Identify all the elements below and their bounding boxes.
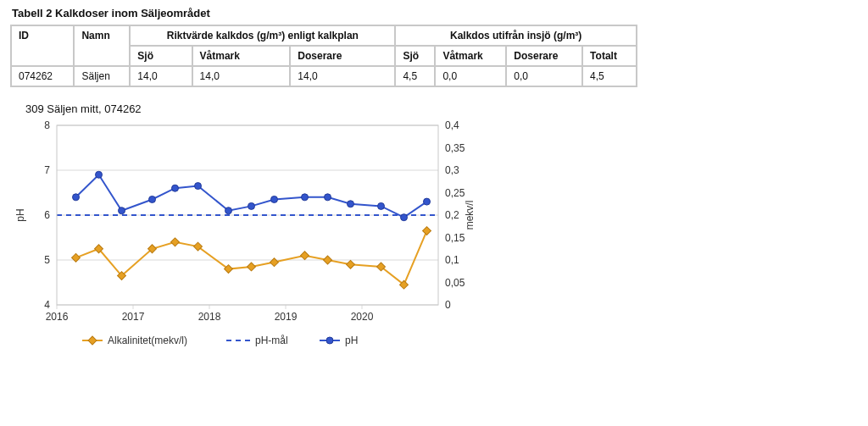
svg-text:4: 4 [44, 299, 50, 311]
svg-point-36 [248, 202, 255, 209]
sub-vat-2: Våtmark [435, 46, 506, 66]
svg-point-31 [119, 207, 125, 214]
svg-text:6: 6 [44, 209, 50, 221]
y-right-label: mekv/l [464, 201, 476, 230]
svg-text:0,05: 0,05 [445, 277, 465, 289]
legend-ph: pH [345, 335, 358, 346]
cell-g2-vat: 0,0 [435, 66, 506, 86]
chart-svg: 4567800,050,10,150,20,250,30,350,4201620… [10, 119, 485, 356]
col-namn: Namn [74, 25, 130, 66]
svg-text:0,4: 0,4 [445, 119, 459, 131]
svg-point-64 [326, 337, 333, 344]
legend-goal: pH-mål [255, 335, 288, 346]
svg-text:0,15: 0,15 [445, 232, 465, 244]
cell-g1-dos: 14,0 [290, 66, 395, 86]
svg-point-29 [73, 194, 80, 201]
svg-text:2018: 2018 [198, 311, 221, 323]
svg-text:0,3: 0,3 [445, 164, 459, 176]
table-caption: Tabell 2 Kalkdoser inom Säljeområdet [12, 7, 858, 19]
svg-rect-61 [88, 336, 97, 345]
svg-point-33 [172, 185, 179, 191]
svg-text:0,2: 0,2 [445, 209, 459, 221]
svg-text:5: 5 [44, 254, 50, 266]
cell-g2-sjo: 4,5 [395, 66, 435, 86]
alk-series [76, 231, 427, 285]
legend-alk: Alkalinitet(mekv/l) [108, 335, 187, 346]
cell-g2-dos: 0,0 [506, 66, 582, 86]
svg-text:2017: 2017 [122, 311, 145, 323]
sub-vat-1: Våtmark [192, 46, 291, 66]
y-left-label: pH [14, 208, 26, 221]
svg-rect-51 [248, 263, 256, 271]
svg-point-32 [149, 196, 156, 202]
svg-text:2020: 2020 [351, 311, 374, 323]
svg-point-42 [401, 214, 408, 221]
svg-text:2016: 2016 [46, 311, 69, 323]
kalk-table: ID Namn Riktvärde kalkdos (g/m³) enligt … [10, 25, 637, 87]
svg-rect-52 [270, 258, 279, 267]
col-group-insjo: Kalkdos utifrån insjö (g/m³) [395, 25, 637, 46]
col-group-riktvarde: Riktvärde kalkdos (g/m³) enligt kalkplan [130, 25, 395, 46]
svg-rect-48 [171, 238, 180, 246]
chart-title: 309 Säljen mitt, 074262 [25, 102, 485, 115]
svg-point-37 [271, 196, 278, 202]
table-header-row-1: ID Namn Riktvärde kalkdos (g/m³) enligt … [11, 25, 637, 46]
svg-text:2019: 2019 [275, 311, 298, 323]
svg-point-40 [348, 201, 354, 207]
sub-tot: Totalt [582, 46, 637, 66]
svg-text:0,25: 0,25 [445, 187, 465, 199]
svg-text:0: 0 [445, 299, 451, 311]
svg-rect-54 [324, 256, 332, 264]
svg-text:8: 8 [44, 119, 50, 131]
svg-point-41 [378, 202, 385, 209]
cell-g2-tot: 4,5 [582, 66, 637, 86]
svg-rect-44 [72, 253, 81, 262]
svg-rect-58 [423, 227, 431, 235]
cell-g1-sjo: 14,0 [130, 66, 192, 86]
svg-rect-53 [301, 252, 309, 260]
cell-g1-vat: 14,0 [192, 66, 291, 86]
svg-rect-55 [347, 260, 355, 268]
svg-point-35 [225, 207, 232, 214]
svg-point-38 [302, 194, 309, 201]
table-row: 074262 Säljen 14,0 14,0 14,0 4,5 0,0 0,0… [11, 66, 637, 86]
cell-id: 074262 [11, 66, 74, 86]
ph-series [76, 174, 427, 217]
sub-sjo-1: Sjö [130, 46, 192, 66]
sub-sjo-2: Sjö [395, 46, 435, 66]
cell-namn: Säljen [74, 66, 130, 86]
svg-point-30 [96, 171, 103, 178]
svg-text:0,1: 0,1 [445, 254, 459, 266]
chart-container: 309 Säljen mitt, 074262 4567800,050,10,1… [10, 102, 485, 356]
sub-dos-1: Doserare [290, 46, 395, 66]
svg-point-34 [195, 183, 202, 190]
svg-text:7: 7 [44, 164, 50, 176]
col-id: ID [11, 25, 74, 66]
sub-dos-2: Doserare [506, 46, 582, 66]
svg-text:0,35: 0,35 [445, 142, 465, 154]
svg-point-43 [424, 198, 431, 205]
svg-point-39 [325, 194, 331, 201]
